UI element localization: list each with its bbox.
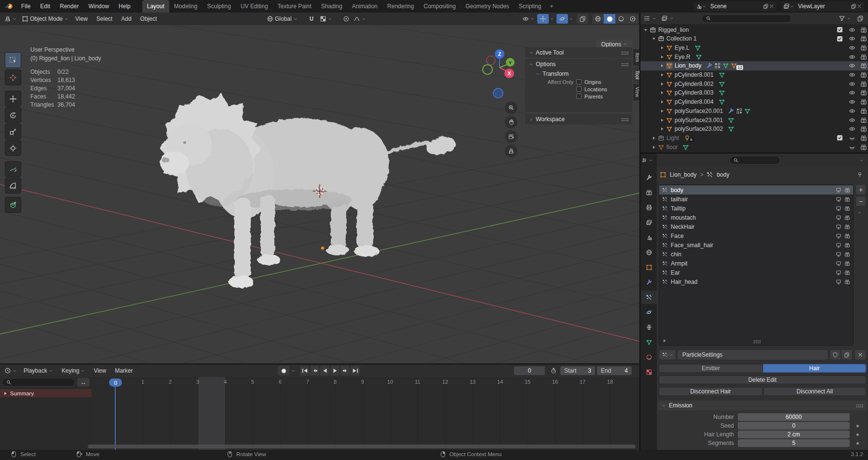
particle-system-row-armpit[interactable]: Armpit (659, 259, 853, 268)
tool-transform[interactable] (5, 140, 21, 156)
tool-add-cube[interactable] (5, 197, 21, 213)
mode-selector[interactable]: Object Mode (19, 14, 71, 24)
sidebar-tab-view[interactable]: View (633, 84, 639, 100)
remove-particle-system-button[interactable]: − (855, 196, 866, 207)
workspace-tab-modeling[interactable]: Modeling (169, 0, 203, 13)
snap-toggle[interactable] (306, 14, 317, 24)
display-mode-dropdown[interactable] (659, 14, 676, 23)
field-seed[interactable]: 0 (738, 422, 850, 430)
viewport-display-icon[interactable] (836, 233, 841, 239)
add-particle-system-button[interactable]: + (855, 184, 866, 195)
play-reverse-button[interactable] (320, 366, 329, 376)
camera-render-icon[interactable] (860, 108, 867, 114)
animate-dot[interactable] (856, 442, 859, 445)
properties-tab-material[interactable] (641, 350, 657, 364)
triangle-right-icon[interactable] (660, 82, 665, 86)
eye-icon[interactable] (849, 81, 855, 87)
panel-grip[interactable] (856, 404, 863, 407)
camera-render-icon[interactable] (860, 35, 867, 42)
shading-solid-button[interactable] (604, 14, 615, 24)
outliner-row-pcylinder8-002[interactable]: pCylinder8.002 (640, 79, 868, 88)
triangle-right-icon[interactable] (660, 90, 665, 95)
outliner-row-pcylinder8-003[interactable]: pCylinder8.003 (640, 88, 868, 98)
properties-tab-object[interactable] (641, 261, 657, 274)
outliner-row-pcylinder8-004[interactable]: pCylinder8.004 (640, 98, 868, 107)
tool-move[interactable] (5, 91, 21, 107)
menu-edit[interactable]: Edit (35, 0, 55, 13)
properties-tab-view-layer[interactable] (641, 216, 657, 229)
delete-edit-button[interactable]: Delete Edit (659, 376, 866, 384)
triangle-right-icon[interactable] (660, 45, 665, 50)
exclude-checkbox[interactable] (837, 27, 842, 32)
chevron-down-icon[interactable] (291, 369, 296, 373)
triangle-right-icon[interactable] (3, 391, 8, 396)
sidebar-active-tool-panel[interactable]: Active Tool (525, 47, 632, 58)
particle-system-row-hair_head[interactable]: Hair_head (659, 277, 853, 286)
particle-system-row-moustach[interactable]: moustach (659, 213, 853, 222)
triangle-right-icon[interactable] (660, 72, 665, 77)
render-enable-icon[interactable] (844, 215, 850, 221)
navigation-gizmo[interactable]: Z Y X (480, 47, 519, 101)
render-enable-icon[interactable] (844, 279, 850, 285)
snap-target-dropdown[interactable] (317, 14, 335, 24)
workspace-tab-geometry-nodes[interactable]: Geometry Nodes (461, 0, 514, 13)
camera-render-icon[interactable] (860, 27, 867, 33)
channel-search-input[interactable] (2, 378, 75, 387)
triangle-right-icon[interactable] (660, 99, 665, 104)
eye-icon[interactable] (849, 27, 855, 33)
menu-render[interactable]: Render (55, 0, 83, 13)
camera-render-icon[interactable] (860, 135, 867, 141)
camera-render-icon[interactable] (860, 117, 867, 124)
render-enable-icon[interactable] (844, 251, 850, 257)
workspace-tab-compositing[interactable]: Compositing (419, 0, 461, 13)
proportional-falloff-dropdown[interactable] (351, 14, 368, 24)
properties-tab-physics[interactable] (641, 306, 657, 319)
viewport-display-icon[interactable] (836, 261, 841, 266)
outliner-row-collection-1[interactable]: Collection 1 (640, 34, 868, 43)
properties-tab-output[interactable] (641, 201, 657, 214)
properties-tab-object-data[interactable] (641, 335, 657, 349)
use-preview-range-button[interactable] (548, 366, 559, 376)
workspace-tab-shading[interactable]: Shading (316, 0, 347, 13)
properties-search-input[interactable] (729, 156, 780, 165)
camera-render-icon[interactable] (860, 125, 867, 132)
shading-wireframe-button[interactable] (592, 14, 604, 24)
sidebar-tab-item[interactable]: Item (633, 49, 639, 66)
particle-system-row-ear[interactable]: Ear (659, 268, 853, 277)
eye-icon[interactable] (849, 35, 855, 42)
camera-render-icon[interactable] (860, 89, 867, 96)
emission-panel-header[interactable]: Emission (658, 401, 867, 410)
menu-file[interactable]: File (16, 0, 35, 13)
outliner-filter-dropdown[interactable] (836, 14, 854, 23)
new-collection-button[interactable] (854, 14, 866, 23)
viewport-display-icon[interactable] (836, 279, 841, 285)
overlays-toggle[interactable] (556, 14, 568, 24)
eye-closed-icon[interactable] (849, 144, 855, 151)
particle-system-row-tailhair[interactable]: tailhair (659, 195, 853, 204)
editor-type-button[interactable] (2, 14, 19, 24)
animate-dot[interactable] (856, 433, 859, 436)
viewport-display-icon[interactable] (836, 206, 841, 211)
viewport-menu-object[interactable]: Object (136, 15, 162, 22)
viewport-display-icon[interactable] (836, 215, 841, 221)
eye-icon[interactable] (849, 89, 855, 96)
chevron-down-icon[interactable] (859, 158, 864, 163)
menu-help[interactable]: Help (114, 0, 136, 13)
workspace-tab-uv-editing[interactable]: UV Editing (236, 0, 273, 13)
zoom-button[interactable] (505, 101, 517, 114)
current-frame-field[interactable]: 0 (514, 366, 545, 375)
particle-system-row-tailtip[interactable]: Tailtip (659, 204, 853, 213)
viewport-display-icon[interactable] (836, 251, 841, 257)
transform-orientation-dropdown[interactable]: Global (264, 14, 300, 24)
tool-measure[interactable] (5, 178, 21, 194)
filter-toggle-button[interactable]: ↔ (77, 378, 90, 387)
viewport-canvas[interactable]: User Perspective (0) Rigged_lion | Lion_… (0, 25, 639, 363)
triangle-right-icon[interactable] (660, 55, 665, 59)
editor-type-button[interactable] (641, 14, 659, 23)
animate-dot[interactable] (856, 425, 859, 427)
workspace-tab-texture-paint[interactable]: Texture Paint (273, 0, 316, 13)
triangle-right-icon[interactable] (660, 118, 665, 123)
sidebar-options-panel[interactable]: Options Transform Affect OnlyOriginsLoca… (525, 59, 632, 112)
remove-viewlayer-icon[interactable] (856, 3, 862, 9)
play-button[interactable] (330, 366, 339, 376)
